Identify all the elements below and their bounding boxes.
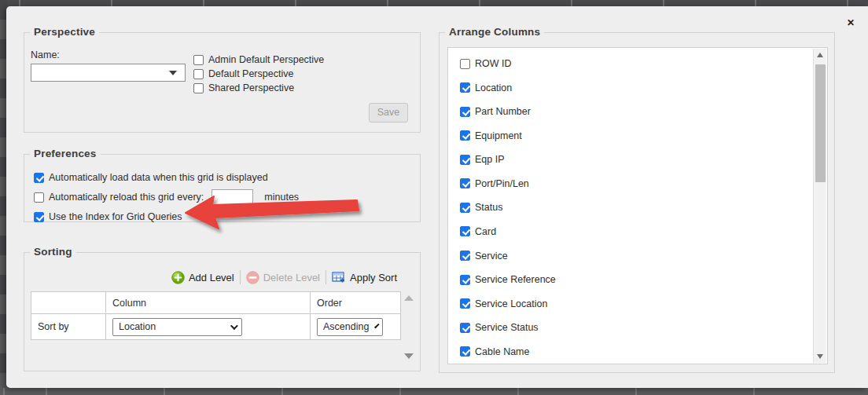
column-item-label: Eqp IP <box>475 154 505 165</box>
checkbox[interactable] <box>460 275 470 285</box>
perspective-options: Admin Default Perspective Default Perspe… <box>193 54 324 93</box>
pref-use-index-row[interactable]: Use the Index for Grid Queries <box>34 211 299 222</box>
column-item[interactable]: Service Status <box>460 316 808 340</box>
perspective-name-combobox[interactable] <box>31 64 186 82</box>
column-item[interactable]: Part Number <box>460 100 808 124</box>
checkbox[interactable] <box>193 83 204 93</box>
background-grid-header <box>0 0 868 6</box>
sort-order-value: Ascending <box>323 321 369 332</box>
arrange-columns-group: Arrange Columns ROW ID Location <box>439 32 835 373</box>
apply-sort-label: Apply Sort <box>350 272 397 283</box>
background-grid-footer <box>0 388 868 395</box>
sort-column-value: Location <box>119 321 156 332</box>
column-item-label: Port/Pin/Len <box>475 178 529 189</box>
apply-sort-button[interactable]: Apply Sort <box>332 271 397 283</box>
column-item[interactable]: Port/Pin/Len <box>460 172 808 196</box>
perspective-option[interactable]: Admin Default Perspective <box>193 54 324 65</box>
pref-auto-reload-row[interactable]: Automatically reload this grid every: mi… <box>34 189 299 205</box>
checkbox[interactable] <box>193 69 204 79</box>
checkbox[interactable] <box>460 346 470 357</box>
checkbox[interactable] <box>460 298 470 309</box>
column-item-label: ROW ID <box>475 58 512 69</box>
column-item-label: Status <box>475 202 502 213</box>
plus-circle-icon <box>171 271 185 284</box>
toolbar-separator <box>240 270 241 284</box>
column-item[interactable]: Service Reference <box>460 268 808 292</box>
add-level-button[interactable]: Add Level <box>171 271 234 284</box>
column-item-label: Service Location <box>475 298 547 309</box>
arrange-columns-items: ROW ID Location Part Number <box>460 52 808 364</box>
column-item-label: Cable Name <box>475 346 529 357</box>
grid-plus-icon <box>332 271 346 283</box>
pref-use-index-label: Use the Index for Grid Queries <box>49 211 182 222</box>
add-level-label: Add Level <box>189 272 234 283</box>
perspective-option-label: Shared Perspective <box>208 82 294 93</box>
header-column: Column <box>106 292 311 314</box>
column-item[interactable]: Card <box>460 220 808 244</box>
column-item[interactable]: ROW ID <box>460 52 808 76</box>
scroll-up-icon[interactable] <box>814 49 827 61</box>
column-item-label: Card <box>475 226 496 237</box>
column-item[interactable]: Equipment <box>460 124 808 148</box>
pref-auto-load-row[interactable]: Automatically load data when this grid i… <box>34 172 299 183</box>
column-item-label: Service Status <box>475 322 539 333</box>
delete-level-label: Delete Level <box>263 272 320 283</box>
sort-by-cell: Sort by <box>31 314 106 340</box>
checkbox[interactable] <box>460 203 470 213</box>
column-item-label: Service Reference <box>475 274 556 285</box>
perspective-option-label: Default Perspective <box>208 68 293 79</box>
pref-auto-load-label: Automatically load data when this grid i… <box>49 172 268 183</box>
sort-column-select[interactable]: Location <box>112 318 242 336</box>
checkbox[interactable] <box>34 173 44 183</box>
column-item-label: Part Number <box>475 106 531 117</box>
chevron-down-icon <box>375 323 380 327</box>
toolbar-separator <box>326 270 326 284</box>
pref-auto-reload-label: Automatically reload this grid every: <box>49 192 204 203</box>
checkbox[interactable] <box>460 323 470 333</box>
grid-settings-dialog: ✕ Perspective Name: Admin Default Perspe… <box>6 6 868 388</box>
checkbox[interactable] <box>460 130 470 141</box>
close-icon[interactable]: ✕ <box>844 16 857 29</box>
checkbox[interactable] <box>34 212 44 222</box>
checkbox[interactable] <box>460 155 470 165</box>
delete-level-button[interactable]: Delete Level <box>246 271 320 284</box>
screen: ✕ Perspective Name: Admin Default Perspe… <box>0 0 868 395</box>
checkbox[interactable] <box>460 82 470 93</box>
sorting-table-row: Sort by Location Ascending <box>31 314 401 340</box>
header-order: Order <box>311 292 401 314</box>
scroll-down-icon[interactable] <box>404 353 414 359</box>
perspective-legend: Perspective <box>30 26 99 38</box>
column-item-label: Location <box>475 82 512 93</box>
column-item[interactable]: Service Location <box>460 291 808 316</box>
scroll-down-icon[interactable] <box>814 350 827 363</box>
checkbox[interactable] <box>460 107 470 117</box>
perspective-option[interactable]: Shared Perspective <box>193 82 324 93</box>
checkbox[interactable] <box>34 192 44 203</box>
scrollbar-thumb[interactable] <box>815 64 826 182</box>
checkbox[interactable] <box>460 178 470 188</box>
scroll-up-icon[interactable] <box>404 295 414 301</box>
checkbox[interactable] <box>460 59 470 69</box>
preferences-legend: Preferences <box>30 148 101 159</box>
reload-minutes-input[interactable] <box>211 189 253 205</box>
save-button[interactable]: Save <box>369 103 408 123</box>
column-item[interactable]: Eqp IP <box>460 148 808 172</box>
perspective-option[interactable]: Default Perspective <box>193 68 324 79</box>
sorting-table-header: Column Order <box>31 292 401 314</box>
column-item[interactable]: Cable Name <box>460 339 808 364</box>
checkbox[interactable] <box>460 226 470 236</box>
chevron-down-icon <box>230 322 238 330</box>
sorting-legend: Sorting <box>30 246 76 258</box>
column-item[interactable]: Service <box>460 243 808 268</box>
column-item-label: Equipment <box>475 130 522 141</box>
perspective-group: Perspective Name: Admin Default Perspect… <box>24 32 421 133</box>
checkbox[interactable] <box>460 251 470 261</box>
column-item[interactable]: Status <box>460 196 808 220</box>
sort-order-select[interactable]: Ascending <box>317 318 383 336</box>
minus-circle-icon <box>246 271 259 284</box>
column-item[interactable]: Location <box>460 76 808 101</box>
listbox-scrollbar[interactable] <box>813 49 826 363</box>
checkbox[interactable] <box>193 55 204 65</box>
preferences-rows: Automatically load data when this grid i… <box>34 172 299 222</box>
perspective-option-label: Admin Default Perspective <box>208 54 324 65</box>
